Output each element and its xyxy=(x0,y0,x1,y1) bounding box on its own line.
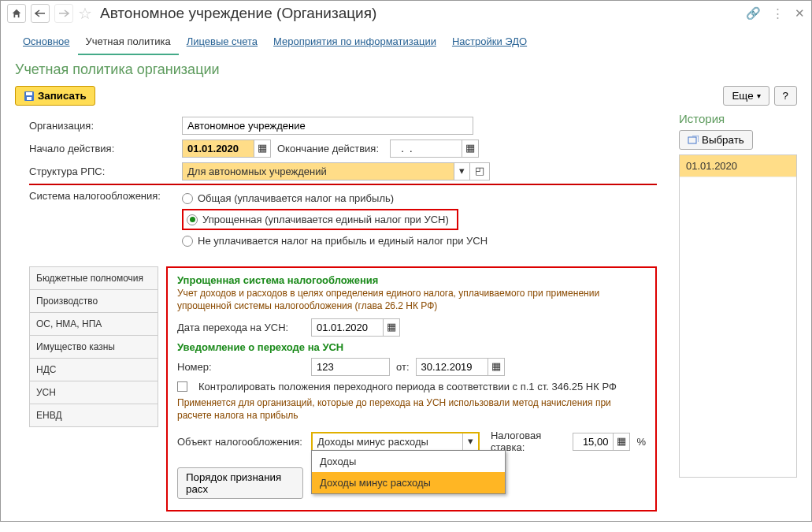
radio-usn[interactable]: Упрощенная (уплачивается единый налог пр… xyxy=(182,206,488,233)
rate-unit: % xyxy=(636,436,646,448)
sidetab-prod[interactable]: Производство xyxy=(29,290,158,313)
menu-icon[interactable]: ⋮ xyxy=(772,6,784,20)
open-icon[interactable]: ◰ xyxy=(469,163,489,180)
start-date-wrap: ▦ xyxy=(182,140,271,158)
org-input[interactable] xyxy=(182,117,473,135)
control-checkbox[interactable] xyxy=(177,381,187,392)
tab-policy[interactable]: Учетная политика xyxy=(78,31,179,55)
start-date-input[interactable] xyxy=(183,140,254,157)
forward-button[interactable] xyxy=(54,4,73,23)
tab-it[interactable]: Мероприятия по информатизации xyxy=(265,31,444,55)
order-button[interactable]: Порядок признания расх xyxy=(177,467,303,499)
usn-desc: Учет доходов и расходов в целях определе… xyxy=(177,288,646,312)
link-icon[interactable]: 🔗 xyxy=(746,6,761,20)
svg-rect-3 xyxy=(688,137,696,143)
select-icon xyxy=(688,136,699,145)
num-label: Номер: xyxy=(177,361,305,373)
page-subtitle: Учетная политика организации xyxy=(1,55,811,78)
chevron-down-icon[interactable]: ▾ xyxy=(454,163,469,180)
sidetab-envd[interactable]: ЕНВД xyxy=(29,404,158,427)
history-heading: История xyxy=(679,112,797,125)
from-label: от: xyxy=(396,361,410,373)
obj-dropdown: Доходы Доходы минус расходы xyxy=(311,450,506,494)
svg-rect-2 xyxy=(27,97,32,100)
window-title: Автономное учреждение (Организация) xyxy=(100,5,376,22)
rps-label: Структура РПС: xyxy=(29,166,176,177)
org-label: Организация: xyxy=(29,120,176,132)
calculator-icon[interactable]: ▦ xyxy=(613,433,629,450)
start-label: Начало действия: xyxy=(29,143,176,154)
from-date-input[interactable] xyxy=(417,359,488,375)
usn-date-label: Дата перехода на УСН: xyxy=(177,322,305,333)
calendar-icon[interactable]: ▦ xyxy=(488,359,504,375)
home-button[interactable] xyxy=(7,4,26,23)
select-button[interactable]: Выбрать xyxy=(679,130,753,150)
radio-general[interactable]: Общая (уплачивается налог на прибыль) xyxy=(182,190,488,206)
obj-label: Объект налогообложения: xyxy=(177,436,305,448)
notice-heading: Уведомление о переходе на УСН xyxy=(177,341,646,353)
chevron-down-icon[interactable]: ▾ xyxy=(462,433,478,450)
tab-accounts[interactable]: Лицевые счета xyxy=(179,31,265,55)
sidetab-nds[interactable]: НДС xyxy=(29,359,158,381)
sidetab-os[interactable]: ОС, НМА, НПА xyxy=(29,313,158,336)
save-button[interactable]: Записать xyxy=(15,86,95,106)
check-desc: Применяется для организаций, которые до … xyxy=(177,397,646,422)
num-input[interactable] xyxy=(311,358,390,376)
history-list: 01.01.2020 xyxy=(679,154,797,478)
save-icon xyxy=(24,91,35,102)
end-date-input[interactable] xyxy=(391,140,462,157)
calendar-icon[interactable]: ▦ xyxy=(462,140,478,157)
end-label: Окончание действия: xyxy=(277,143,379,154)
sidetab-treasury[interactable]: Имущество казны xyxy=(29,336,158,359)
tab-edo[interactable]: Настройки ЭДО xyxy=(444,31,535,55)
star-icon[interactable]: ☆ xyxy=(78,4,92,23)
obj-option-income[interactable]: Доходы xyxy=(312,451,505,472)
calendar-icon[interactable]: ▦ xyxy=(383,319,399,336)
obj-option-income-expense[interactable]: Доходы минус расходы xyxy=(312,472,505,493)
more-button[interactable]: Еще ▾ xyxy=(723,86,769,106)
svg-rect-1 xyxy=(26,92,32,95)
back-button[interactable] xyxy=(31,4,50,23)
history-item[interactable]: 01.01.2020 xyxy=(680,155,796,177)
check-label: Контролировать положения переходного пер… xyxy=(198,381,617,392)
end-date-wrap: ▦ xyxy=(390,140,479,158)
tab-main[interactable]: Основное xyxy=(15,31,78,55)
usn-heading: Упрощенная система налогообложения xyxy=(177,274,646,286)
usn-date-input[interactable] xyxy=(312,319,383,336)
close-icon[interactable]: ✕ xyxy=(795,6,805,20)
sidetab-budget[interactable]: Бюджетные полномочия xyxy=(29,267,158,290)
radio-none[interactable]: Не уплачивается налог на прибыль и едины… xyxy=(182,233,488,249)
chevron-down-icon: ▾ xyxy=(757,91,761,100)
sidetab-usn[interactable]: УСН xyxy=(29,381,158,404)
tax-label: Система налогообложения: xyxy=(29,190,176,202)
rate-input[interactable] xyxy=(573,433,613,450)
obj-select[interactable]: Доходы минус расходы ▾ Доходы Доходы мин… xyxy=(311,432,480,452)
calendar-icon[interactable]: ▦ xyxy=(254,140,270,157)
help-button[interactable]: ? xyxy=(774,86,797,106)
rps-select[interactable]: Для автономных учреждений ▾ ◰ xyxy=(182,162,490,180)
